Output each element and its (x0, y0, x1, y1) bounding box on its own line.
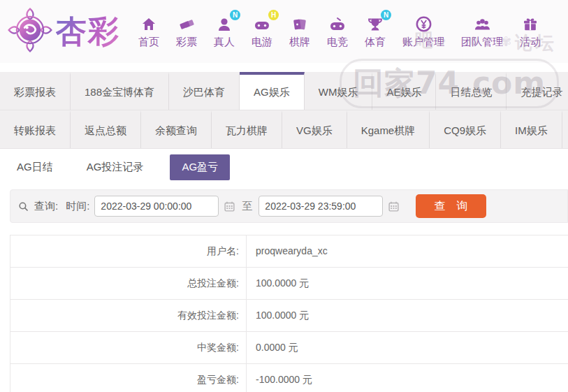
nav-item-lottery[interactable]: 彩票 (176, 14, 197, 49)
row-value: 100.0000 元 (247, 300, 309, 331)
nav-item-esports[interactable]: 电竞 (327, 14, 348, 49)
nav-spacer (0, 63, 568, 72)
tab-kgame-chess[interactable]: Kgame棋牌 (347, 110, 430, 148)
yuan-coin-icon (415, 14, 432, 33)
search-icon (17, 201, 29, 212)
row-value: 100.0000 元 (247, 268, 309, 299)
calendar-icon[interactable] (388, 201, 400, 212)
nav-item-label: 真人 (214, 36, 235, 49)
nav-item-live[interactable]: N 真人 (214, 14, 235, 49)
tab-rebate-total[interactable]: 返点总额 (71, 110, 141, 148)
nav-item-label: 账户管理 (402, 36, 444, 49)
subtab-ag-profit[interactable]: AG盈亏 (170, 154, 230, 180)
nav-item-label: 体育 (365, 36, 386, 49)
cards-icon (291, 14, 308, 33)
nav-item-label: 电游 (252, 36, 272, 49)
to-label: 至 (242, 200, 252, 213)
nav-item-team-management[interactable]: 团队管理 (461, 14, 503, 49)
subtab-ag-bet-record[interactable]: AG投注记录 (80, 154, 151, 180)
table-row: 总投注金额: 100.0000 元 (10, 268, 568, 300)
row-label: 盈亏金额: (10, 364, 247, 392)
time-label: 时间: (66, 200, 89, 213)
tab-wali-chess[interactable]: 瓦力棋牌 (212, 110, 282, 148)
team-icon (474, 14, 491, 33)
home-icon (140, 14, 157, 33)
row-label: 中奖金额: (10, 332, 247, 363)
nav-item-sports[interactable]: N 体育 (365, 14, 386, 49)
gamepad-icon: H (253, 14, 271, 33)
subtab-ag-daily[interactable]: AG日结 (10, 154, 60, 180)
row-label: 总投注金额: (10, 268, 247, 299)
row-label: 用户名: (10, 235, 247, 267)
tab-transfer-report[interactable]: 转账报表 (0, 110, 71, 148)
badge-n: N (230, 10, 240, 20)
tickets-icon (178, 14, 195, 33)
tab-ae-entertainment[interactable]: AE娱乐 (372, 72, 436, 110)
nav-item-label: 活动 (520, 36, 541, 49)
brand-emblem-icon (7, 7, 53, 56)
nav-item-label: 团队管理 (461, 36, 503, 49)
esports-gamepad-icon (328, 14, 347, 33)
calendar-icon[interactable] (224, 201, 235, 212)
table-row: 盈亏金额: -100.0000 元 (10, 364, 568, 392)
tab-row-1: 彩票报表 188金宝博体育 沙巴体育 AG娱乐 WM娱乐 AE娱乐 日结总览 充… (0, 72, 568, 110)
nav-item-label: 电竞 (327, 36, 348, 49)
tab-yy-chess[interactable]: YY棋牌 (562, 110, 568, 148)
nav-item-chess[interactable]: 棋牌 (289, 14, 310, 49)
table-row: 用户名: proqwearyda_xc (10, 235, 568, 268)
profit-table: 用户名: proqwearyda_xc 总投注金额: 100.0000 元 有效… (10, 235, 568, 392)
tab-vg-entertainment[interactable]: VG娱乐 (282, 110, 347, 148)
tab-cq9-entertainment[interactable]: CQ9娱乐 (430, 110, 501, 148)
row-value: 0.0000 元 (247, 332, 298, 363)
end-time-input[interactable] (258, 196, 383, 217)
sub-tab-row: AG日结 AG投注记录 AG盈亏 (0, 149, 568, 185)
nav-item-account-management[interactable]: 账户管理 (402, 14, 444, 49)
nav-item-label: 棋牌 (289, 36, 310, 49)
tab-row-2: 转账报表 返点总额 余额查询 瓦力棋牌 VG娱乐 Kgame棋牌 CQ9娱乐 I… (0, 110, 568, 149)
nav-item-label: 首页 (138, 36, 159, 49)
nav-item-egames[interactable]: H 电游 (252, 14, 272, 49)
start-time-input[interactable] (94, 196, 219, 217)
nav-item-home[interactable]: 首页 (138, 14, 159, 49)
tab-daily-summary[interactable]: 日结总览 (436, 72, 507, 110)
gift-icon (522, 14, 539, 33)
brand-logo[interactable]: 杏彩 (7, 7, 120, 56)
row-label: 有效投注金额: (10, 300, 247, 331)
table-row: 中奖金额: 0.0000 元 (10, 332, 568, 364)
badge-h: H (268, 10, 279, 20)
nav-item-activities[interactable]: 活动 (520, 14, 541, 49)
tab-shaba-sport[interactable]: 沙巴体育 (169, 72, 240, 110)
row-value: -100.0000 元 (247, 364, 312, 392)
query-button[interactable]: 查 询 (416, 194, 486, 218)
query-bar: 查询: 时间: 至 查 询 (10, 189, 568, 223)
nav-item-label: 彩票 (176, 36, 197, 49)
tab-im-entertainment[interactable]: IM娱乐 (501, 110, 562, 148)
tab-balance-query[interactable]: 余额查询 (141, 110, 212, 148)
tab-lottery-report[interactable]: 彩票报表 (0, 72, 71, 110)
table-row: 有效投注金额: 100.0000 元 (10, 300, 568, 332)
trophy-icon: N (367, 14, 384, 33)
tab-ag-entertainment[interactable]: AG娱乐 (240, 72, 305, 110)
person-icon: N (216, 14, 233, 33)
row-value: proqwearyda_xc (247, 235, 328, 267)
query-label: 查询: (34, 200, 58, 213)
tab-188-sport[interactable]: 188金宝博体育 (71, 72, 169, 110)
tab-wm-entertainment[interactable]: WM娱乐 (305, 72, 373, 110)
tab-deposit-withdraw-record[interactable]: 充提记录 (507, 72, 568, 110)
badge-n: N (381, 10, 391, 20)
brand-name: 杏彩 (56, 11, 120, 52)
top-nav: 杏彩 首页 彩票 N 真人 H 电游 棋牌 (0, 0, 568, 63)
